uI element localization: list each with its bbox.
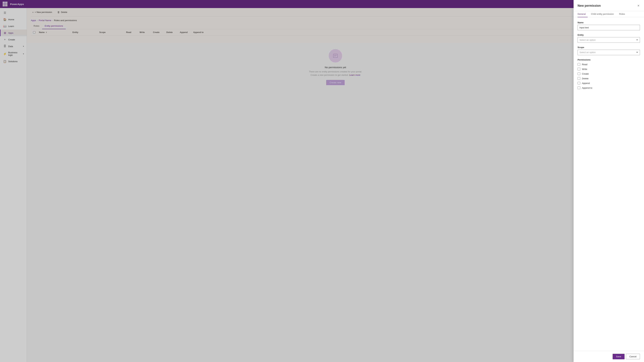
create-checkbox[interactable] <box>578 72 580 75</box>
append-to-checkbox[interactable] <box>578 86 580 89</box>
panel-close-button[interactable]: × <box>637 3 640 8</box>
permission-append: Append <box>578 82 640 84</box>
cancel-button[interactable]: Cancel <box>626 354 640 359</box>
delete-checkbox[interactable] <box>578 77 580 80</box>
entity-field-group: Entity Select an option <box>578 34 640 43</box>
name-field-group: Name <box>578 21 640 30</box>
permission-append-to: Append to <box>578 86 640 89</box>
name-label: Name <box>578 21 640 24</box>
read-label[interactable]: Read <box>582 63 587 66</box>
scope-select-wrapper: Select an option <box>578 50 640 55</box>
write-checkbox[interactable] <box>578 68 580 70</box>
append-to-label[interactable]: Append to <box>582 87 592 89</box>
read-checkbox[interactable] <box>578 63 580 66</box>
side-panel: New permission × General Child entity pe… <box>574 0 644 362</box>
scope-select[interactable]: Select an option <box>578 50 640 55</box>
permission-read: Read <box>578 63 640 66</box>
panel-overlay[interactable] <box>0 0 644 362</box>
write-label[interactable]: Write <box>582 68 587 70</box>
create-label[interactable]: Create <box>582 72 589 75</box>
append-checkbox[interactable] <box>578 82 580 84</box>
permission-write: Write <box>578 68 640 70</box>
panel-tab-child-entity[interactable]: Child entity permission <box>591 11 616 17</box>
save-button[interactable]: Save <box>613 354 624 359</box>
panel-footer: Save Cancel <box>574 351 644 362</box>
panel-title: New permission <box>578 4 601 7</box>
name-input[interactable] <box>578 25 640 30</box>
panel-body: Name Entity Select an option Scope Selec… <box>574 17 644 351</box>
permission-create: Create <box>578 72 640 75</box>
permissions-label: Permissions <box>578 58 640 61</box>
entity-label: Entity <box>578 34 640 36</box>
permissions-group: Permissions Read Write Create Delete App… <box>578 58 640 89</box>
panel-tab-roles[interactable]: Roles <box>619 11 627 17</box>
panel-tabs: General Child entity permission Roles <box>574 11 644 17</box>
scope-field-group: Scope Select an option <box>578 46 640 55</box>
delete-label[interactable]: Delete <box>582 77 588 80</box>
append-label[interactable]: Append <box>582 82 590 84</box>
scope-label: Scope <box>578 46 640 49</box>
panel-header: New permission × <box>574 0 644 11</box>
permission-delete: Delete <box>578 77 640 80</box>
entity-select[interactable]: Select an option <box>578 37 640 43</box>
entity-select-wrapper: Select an option <box>578 37 640 43</box>
panel-tab-general[interactable]: General <box>578 11 588 17</box>
